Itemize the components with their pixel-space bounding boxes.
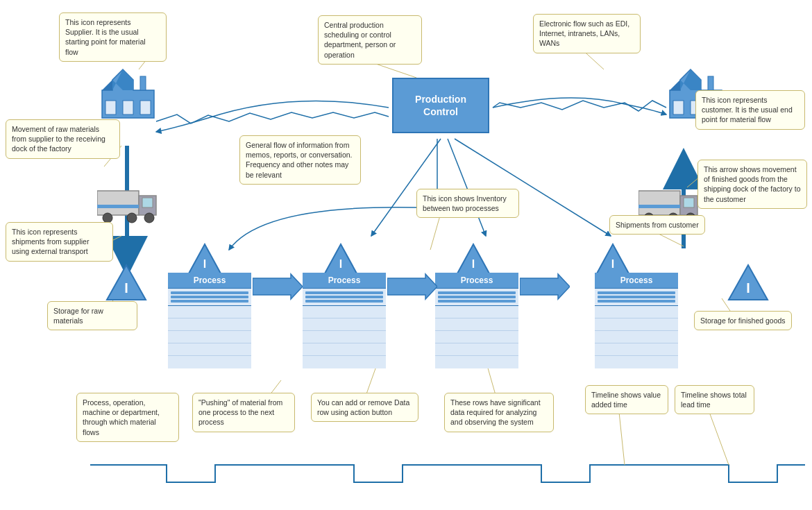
process-3-row-1 xyxy=(435,306,518,318)
callout-supplier: This icon represents Supplier. It is the… xyxy=(59,12,167,62)
inventory-icon-2: I xyxy=(323,243,358,275)
callout-electronic: Electronic flow such as EDI, Internet, i… xyxy=(533,14,641,53)
callout-finished-movement: This arrow shows movement of finished go… xyxy=(697,160,807,209)
svg-marker-64 xyxy=(253,274,303,299)
callout-supplier-shipment-text: This icon represents shipments from supp… xyxy=(12,228,89,255)
callout-customer-text: This icon represents customer. It is the… xyxy=(702,96,793,124)
inv-triangle-3: I xyxy=(456,243,491,276)
svg-point-42 xyxy=(127,213,137,223)
svg-rect-38 xyxy=(97,191,139,215)
push-arrow-icon-3 xyxy=(520,273,570,300)
callout-raw-storage-text: Storage for raw materials xyxy=(53,307,103,325)
process-1-row-1 xyxy=(168,306,251,318)
process-1-rows xyxy=(168,289,251,368)
process-4-row-4 xyxy=(595,343,678,356)
process-4-row-1 xyxy=(595,306,678,318)
process-1-row-2 xyxy=(168,318,251,331)
process-2-row-5 xyxy=(303,356,386,368)
push-arrow-3 xyxy=(520,273,570,302)
callout-data-row-text: You can add or remove Data row using act… xyxy=(317,398,409,416)
push-arrow-2 xyxy=(387,273,437,302)
process-4-row-3 xyxy=(595,331,678,343)
svg-text:I: I xyxy=(203,258,206,270)
svg-marker-65 xyxy=(387,274,437,299)
callout-timeline-value: Timeline shows value added time xyxy=(585,385,668,414)
finished-storage-icon: I xyxy=(727,264,769,302)
svg-rect-40 xyxy=(142,198,153,207)
callout-customer: This icon represents customer. It is the… xyxy=(695,90,805,130)
supplier-truck xyxy=(97,187,160,227)
callout-push-arrow: "Pushing" of material from one process t… xyxy=(192,393,295,432)
svg-marker-66 xyxy=(520,274,570,299)
callout-timeline-lead: Timeline shows total lead time xyxy=(675,385,754,414)
process-2-row-4 xyxy=(303,343,386,356)
svg-rect-44 xyxy=(97,205,139,208)
supplier-factory xyxy=(99,66,158,123)
svg-marker-25 xyxy=(102,80,112,90)
supplier-truck-icon xyxy=(97,187,160,226)
process-4-row-5 xyxy=(595,356,678,368)
svg-rect-29 xyxy=(140,101,151,114)
process-2-row-3 xyxy=(303,331,386,343)
svg-point-43 xyxy=(144,213,154,223)
process-4-rows xyxy=(595,289,678,368)
svg-rect-34 xyxy=(673,101,684,114)
process-3-row-3 xyxy=(435,331,518,343)
callout-supplier-text: This icon represents Supplier. It is the… xyxy=(65,18,146,56)
callout-finished-movement-text: This arrow shows movement of finished go… xyxy=(704,165,801,203)
raw-storage-triangle: I xyxy=(105,264,147,303)
process-3-row-4 xyxy=(435,343,518,356)
svg-rect-30 xyxy=(140,76,146,90)
push-arrow-1 xyxy=(253,273,303,302)
callout-timeline-value-text: Timeline shows value added time xyxy=(591,391,661,409)
svg-rect-28 xyxy=(123,101,133,114)
process-3-row-5 xyxy=(435,356,518,368)
callout-electronic-text: Electronic flow such as EDI, Internet, i… xyxy=(539,19,629,47)
push-arrow-icon-2 xyxy=(387,273,437,300)
raw-storage-icon: I xyxy=(105,264,147,302)
supplier-factory-icon xyxy=(99,66,158,121)
callout-finished-storage: Storage for finished goods xyxy=(694,311,792,330)
svg-text:I: I xyxy=(124,280,128,296)
callout-push-arrow-text: "Pushing" of material from one process t… xyxy=(198,398,282,426)
callout-prod-control-text: Central production scheduling or control… xyxy=(324,21,396,59)
callout-prod-control: Central production scheduling or control… xyxy=(318,15,422,65)
callout-raw-movement: Movement of raw materials from supplier … xyxy=(6,119,120,159)
process-2-rows xyxy=(303,289,386,368)
svg-text:I: I xyxy=(472,258,475,270)
process-3-row-2 xyxy=(435,318,518,331)
process-box-4: Process xyxy=(595,273,678,368)
inventory-icon-1: I xyxy=(187,243,222,275)
callout-process: Process, operation, machine or departmen… xyxy=(76,393,179,442)
svg-point-41 xyxy=(103,213,112,223)
callout-raw-movement-text: Movement of raw materials from supplier … xyxy=(12,125,105,153)
svg-rect-47 xyxy=(684,198,694,207)
svg-rect-37 xyxy=(708,76,713,90)
process-1-row-3 xyxy=(168,331,251,343)
process-1-row-4 xyxy=(168,343,251,356)
callout-timeline-lead-text: Timeline shows total lead time xyxy=(681,391,747,409)
inventory-icon-3: I xyxy=(456,243,491,275)
process-2-row-2 xyxy=(303,318,386,331)
callout-customer-shipment: Shipments from customer xyxy=(609,215,705,235)
canvas: Production Control xyxy=(0,0,812,510)
process-box-2: Process xyxy=(303,273,386,368)
callout-finished-storage-text: Storage for finished goods xyxy=(700,316,786,325)
push-arrow-icon-1 xyxy=(253,273,303,300)
callout-data-rows: These rows have significant data require… xyxy=(444,393,554,432)
svg-rect-27 xyxy=(105,101,116,114)
callout-customer-shipment-text: Shipments from customer xyxy=(616,221,699,229)
production-control-label: Production Control xyxy=(415,93,466,118)
process-1-label: Process xyxy=(168,273,251,289)
finished-storage-triangle: I xyxy=(727,264,769,303)
callout-inventory: This icon shows Inventory between two pr… xyxy=(416,189,519,218)
process-3-label: Process xyxy=(435,273,518,289)
inv-triangle-4: I xyxy=(595,243,630,276)
svg-rect-45 xyxy=(638,191,680,215)
callout-process-text: Process, operation, machine or departmen… xyxy=(83,398,160,436)
inv-triangle-2: I xyxy=(323,243,358,276)
svg-marker-32 xyxy=(670,80,680,90)
process-box-3: Process xyxy=(435,273,518,368)
process-1-row-5 xyxy=(168,356,251,368)
inv-triangle-1: I xyxy=(187,243,222,276)
